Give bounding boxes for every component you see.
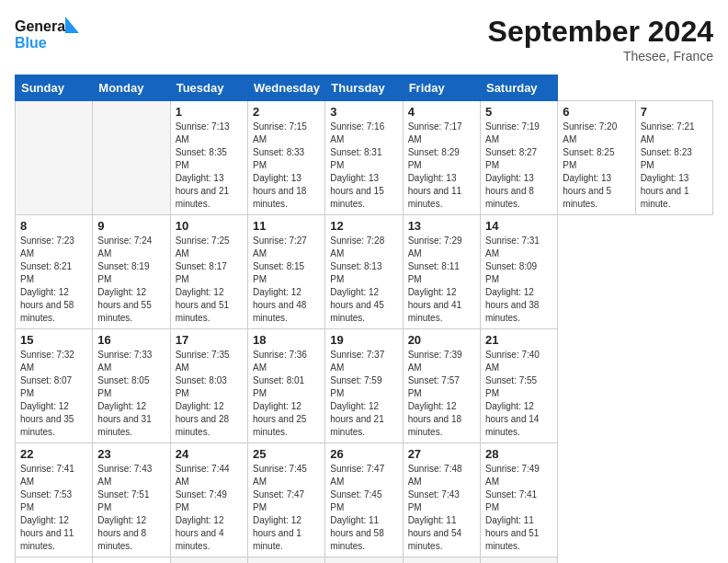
calendar-cell: 25Sunrise: 7:45 AMSunset: 7:47 PMDayligh…	[247, 443, 324, 557]
day-detail: Sunrise: 7:45 AMSunset: 7:47 PMDaylight:…	[253, 463, 320, 553]
day-number: 23	[97, 447, 165, 461]
calendar-cell: 20Sunrise: 7:39 AMSunset: 7:57 PMDayligh…	[403, 329, 480, 443]
calendar-cell	[93, 101, 170, 215]
calendar-cell: 14Sunrise: 7:31 AMSunset: 8:09 PMDayligh…	[480, 215, 557, 329]
day-number: 18	[253, 333, 320, 347]
day-detail: Sunrise: 7:29 AMSunset: 8:11 PMDaylight:…	[408, 235, 475, 325]
calendar-cell: 15Sunrise: 7:32 AMSunset: 8:07 PMDayligh…	[16, 329, 93, 443]
header-row: SundayMondayTuesdayWednesdayThursdayFrid…	[16, 75, 713, 101]
day-detail: Sunrise: 7:25 AMSunset: 8:17 PMDaylight:…	[176, 235, 243, 325]
day-number: 28	[485, 447, 552, 461]
calendar-cell: 5Sunrise: 7:19 AMSunset: 8:27 PMDaylight…	[480, 101, 557, 215]
calendar-cell: 26Sunrise: 7:47 AMSunset: 7:45 PMDayligh…	[325, 443, 403, 557]
calendar-cell: 2Sunrise: 7:15 AMSunset: 8:33 PMDaylight…	[247, 101, 324, 215]
calendar-cell	[325, 557, 403, 564]
weekday-header: Sunday	[16, 75, 93, 101]
day-detail: Sunrise: 7:43 AMSunset: 7:51 PMDaylight:…	[97, 463, 165, 553]
calendar-cell: 17Sunrise: 7:35 AMSunset: 8:03 PMDayligh…	[170, 329, 247, 443]
day-detail: Sunrise: 7:23 AMSunset: 8:21 PMDaylight:…	[20, 235, 87, 325]
svg-text:General: General	[15, 18, 70, 34]
day-detail: Sunrise: 7:28 AMSunset: 8:13 PMDaylight:…	[330, 235, 397, 325]
calendar-row: 1Sunrise: 7:13 AMSunset: 8:35 PMDaylight…	[16, 101, 713, 215]
page-header: General Blue September 2024 Thesee, Fran…	[15, 15, 713, 63]
logo-svg: General Blue	[15, 15, 79, 55]
calendar-cell: 1Sunrise: 7:13 AMSunset: 8:35 PMDaylight…	[170, 101, 247, 215]
svg-marker-2	[65, 17, 79, 33]
day-detail: Sunrise: 7:48 AMSunset: 7:43 PMDaylight:…	[408, 463, 475, 553]
calendar-cell: 29Sunrise: 7:51 AMSunset: 7:39 PMDayligh…	[16, 557, 93, 564]
calendar-cell: 23Sunrise: 7:43 AMSunset: 7:51 PMDayligh…	[93, 443, 170, 557]
day-number: 16	[97, 333, 165, 347]
weekday-header: Thursday	[325, 75, 403, 101]
calendar-cell: 6Sunrise: 7:20 AMSunset: 8:25 PMDaylight…	[558, 101, 635, 215]
calendar-cell: 11Sunrise: 7:27 AMSunset: 8:15 PMDayligh…	[247, 215, 324, 329]
calendar-row: 8Sunrise: 7:23 AMSunset: 8:21 PMDaylight…	[16, 215, 713, 329]
calendar-cell: 13Sunrise: 7:29 AMSunset: 8:11 PMDayligh…	[403, 215, 480, 329]
day-detail: Sunrise: 7:31 AMSunset: 8:09 PMDaylight:…	[485, 235, 552, 325]
day-detail: Sunrise: 7:37 AMSunset: 7:59 PMDaylight:…	[330, 349, 397, 439]
calendar-cell	[247, 557, 324, 564]
calendar-cell: 12Sunrise: 7:28 AMSunset: 8:13 PMDayligh…	[325, 215, 403, 329]
day-detail: Sunrise: 7:15 AMSunset: 8:33 PMDaylight:…	[253, 121, 320, 211]
day-number: 24	[176, 447, 243, 461]
day-detail: Sunrise: 7:49 AMSunset: 7:41 PMDaylight:…	[485, 463, 552, 553]
day-number: 26	[330, 447, 397, 461]
calendar-cell	[16, 101, 93, 215]
weekday-header: Wednesday	[247, 75, 324, 101]
day-number: 8	[20, 219, 87, 233]
calendar-cell: 22Sunrise: 7:41 AMSunset: 7:53 PMDayligh…	[16, 443, 93, 557]
day-number: 1	[176, 105, 243, 119]
day-number: 10	[176, 219, 243, 233]
day-number: 15	[20, 333, 87, 347]
calendar-cell: 19Sunrise: 7:37 AMSunset: 7:59 PMDayligh…	[325, 329, 403, 443]
day-number: 12	[330, 219, 397, 233]
day-number: 17	[176, 333, 243, 347]
weekday-header: Tuesday	[170, 75, 247, 101]
day-number: 20	[408, 333, 475, 347]
location: Thesee, France	[488, 49, 713, 63]
day-number: 21	[485, 333, 552, 347]
calendar-cell: 9Sunrise: 7:24 AMSunset: 8:19 PMDaylight…	[93, 215, 170, 329]
month-title: September 2024	[488, 15, 713, 49]
day-number: 4	[408, 105, 475, 119]
day-detail: Sunrise: 7:13 AMSunset: 8:35 PMDaylight:…	[176, 121, 243, 211]
day-number: 7	[641, 105, 708, 119]
day-number: 25	[253, 447, 320, 461]
day-number: 11	[253, 219, 320, 233]
day-detail: Sunrise: 7:35 AMSunset: 8:03 PMDaylight:…	[176, 349, 243, 439]
day-number: 27	[408, 447, 475, 461]
day-number: 6	[563, 105, 630, 119]
calendar-cell: 8Sunrise: 7:23 AMSunset: 8:21 PMDaylight…	[16, 215, 93, 329]
weekday-header: Saturday	[480, 75, 557, 101]
calendar-cell: 3Sunrise: 7:16 AMSunset: 8:31 PMDaylight…	[325, 101, 403, 215]
calendar-cell	[480, 557, 557, 564]
day-detail: Sunrise: 7:24 AMSunset: 8:19 PMDaylight:…	[97, 235, 165, 325]
day-detail: Sunrise: 7:41 AMSunset: 7:53 PMDaylight:…	[20, 463, 87, 553]
day-detail: Sunrise: 7:19 AMSunset: 8:27 PMDaylight:…	[485, 121, 552, 211]
day-detail: Sunrise: 7:21 AMSunset: 8:23 PMDaylight:…	[641, 121, 708, 211]
title-block: September 2024 Thesee, France	[488, 15, 713, 63]
day-number: 2	[253, 105, 320, 119]
day-detail: Sunrise: 7:32 AMSunset: 8:07 PMDaylight:…	[20, 349, 87, 439]
day-number: 5	[485, 105, 552, 119]
day-number: 9	[97, 219, 165, 233]
calendar-row: 15Sunrise: 7:32 AMSunset: 8:07 PMDayligh…	[16, 329, 713, 443]
day-detail: Sunrise: 7:44 AMSunset: 7:49 PMDaylight:…	[176, 463, 243, 553]
day-number: 22	[20, 447, 87, 461]
day-detail: Sunrise: 7:36 AMSunset: 8:01 PMDaylight:…	[253, 349, 320, 439]
day-detail: Sunrise: 7:27 AMSunset: 8:15 PMDaylight:…	[253, 235, 320, 325]
calendar-cell: 27Sunrise: 7:48 AMSunset: 7:43 PMDayligh…	[403, 443, 480, 557]
calendar-cell: 28Sunrise: 7:49 AMSunset: 7:41 PMDayligh…	[480, 443, 557, 557]
day-detail: Sunrise: 7:33 AMSunset: 8:05 PMDaylight:…	[97, 349, 165, 439]
calendar-cell: 4Sunrise: 7:17 AMSunset: 8:29 PMDaylight…	[403, 101, 480, 215]
day-number: 3	[330, 105, 397, 119]
day-detail: Sunrise: 7:17 AMSunset: 8:29 PMDaylight:…	[408, 121, 475, 211]
day-detail: Sunrise: 7:40 AMSunset: 7:55 PMDaylight:…	[485, 349, 552, 439]
calendar-cell	[403, 557, 480, 564]
day-number: 13	[408, 219, 475, 233]
calendar-row: 29Sunrise: 7:51 AMSunset: 7:39 PMDayligh…	[16, 557, 713, 564]
weekday-header: Friday	[403, 75, 480, 101]
day-detail: Sunrise: 7:47 AMSunset: 7:45 PMDaylight:…	[330, 463, 397, 553]
logo: General Blue	[15, 15, 79, 55]
calendar-cell: 10Sunrise: 7:25 AMSunset: 8:17 PMDayligh…	[170, 215, 247, 329]
